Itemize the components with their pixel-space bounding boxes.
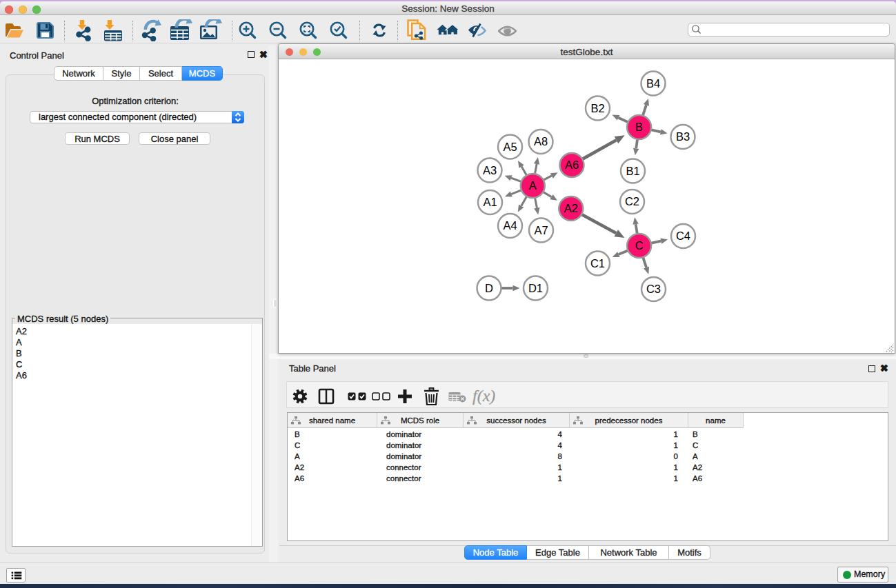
svg-text:B4: B4	[646, 77, 660, 90]
svg-text:B3: B3	[676, 130, 690, 143]
svg-text:D: D	[485, 282, 493, 294]
svg-text:C1: C1	[590, 257, 605, 270]
svg-text:C3: C3	[646, 283, 661, 295]
svg-text:A8: A8	[534, 135, 548, 148]
svg-text:B: B	[635, 121, 643, 133]
svg-text:A: A	[529, 179, 537, 192]
svg-text:A2: A2	[564, 202, 578, 214]
svg-text:A5: A5	[503, 141, 517, 153]
svg-text:A3: A3	[483, 164, 497, 176]
svg-text:A6: A6	[565, 159, 579, 171]
svg-text:A4: A4	[503, 219, 517, 232]
svg-text:A1: A1	[483, 196, 497, 208]
svg-text:A7: A7	[534, 224, 548, 236]
svg-text:C4: C4	[676, 230, 690, 242]
svg-text:C: C	[635, 239, 644, 252]
svg-text:D1: D1	[528, 282, 543, 294]
svg-text:C2: C2	[625, 195, 639, 207]
svg-text:B1: B1	[626, 165, 639, 177]
svg-text:B2: B2	[590, 102, 604, 114]
